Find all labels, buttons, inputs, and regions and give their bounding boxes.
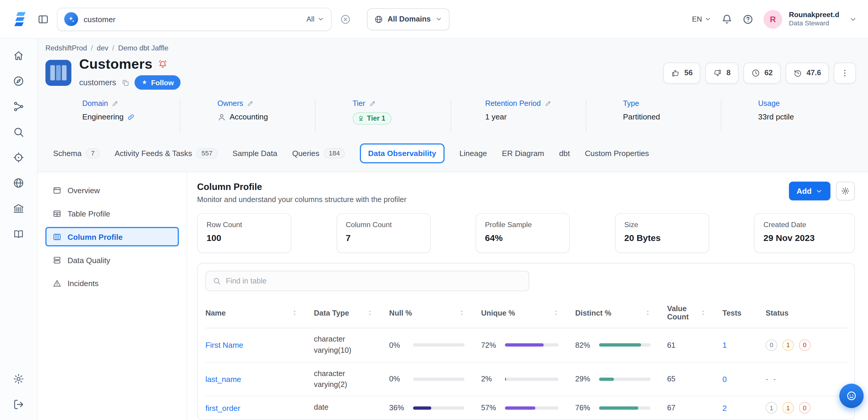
tests-link[interactable]: 2	[722, 403, 727, 412]
tab-lineage[interactable]: Lineage	[460, 144, 487, 163]
search-scope-dropdown[interactable]: All	[306, 15, 324, 23]
column-name-link[interactable]: First Name	[205, 341, 243, 350]
tab-data-observability[interactable]: Data Observability	[360, 143, 444, 163]
domain-value[interactable]: Engineering	[82, 112, 124, 121]
edit-pencil-icon[interactable]	[112, 100, 119, 107]
subnav-data-quality[interactable]: Data Quality	[45, 250, 179, 270]
sort-icon[interactable]	[644, 309, 652, 317]
follow-label: Follow	[151, 79, 174, 87]
sort-icon[interactable]	[699, 309, 707, 317]
more-actions-button[interactable]	[834, 62, 856, 83]
copy-icon[interactable]	[121, 79, 129, 87]
chevron-down-icon	[815, 187, 823, 194]
data-type-cell: date	[314, 402, 389, 413]
clock-icon	[751, 68, 760, 77]
subnav-table-profile[interactable]: Table Profile	[45, 204, 179, 223]
sort-icon[interactable]	[290, 309, 298, 317]
global-search-input[interactable]	[84, 15, 301, 24]
upvote-button[interactable]: 56	[663, 62, 701, 83]
edit-pencil-icon[interactable]	[545, 100, 552, 107]
tab-schema[interactable]: Schema 7	[53, 143, 100, 163]
null-pct-value: 36%	[389, 403, 408, 412]
follow-button[interactable]: Follow	[134, 75, 181, 90]
tab-custom-properties[interactable]: Custom Properties	[585, 144, 649, 163]
column-name-link[interactable]: first_order	[205, 403, 240, 412]
freshness-value: 47.6	[806, 69, 821, 77]
subnav-incidents[interactable]: Incidents	[45, 273, 179, 293]
tests-link[interactable]: 1	[722, 341, 727, 350]
tab-er-diagram[interactable]: ER Diagram	[502, 144, 544, 163]
globe-icon	[374, 15, 383, 24]
gear-icon	[13, 373, 24, 385]
sort-icon[interactable]	[552, 309, 559, 317]
chevron-down-icon[interactable]	[849, 16, 857, 23]
nav-settings-button[interactable]	[13, 373, 24, 385]
sidebar-toggle-button[interactable]	[38, 13, 49, 25]
downvote-count: 8	[726, 69, 731, 77]
freshness-stat-button[interactable]: 47.6	[785, 62, 829, 83]
domains-dropdown[interactable]: All Domains	[367, 8, 450, 30]
stat-label: Row Count	[207, 220, 282, 229]
global-search[interactable]: All	[57, 7, 332, 31]
nav-explore-button[interactable]	[13, 75, 24, 87]
null-bar	[413, 406, 465, 409]
downvote-button[interactable]: 8	[706, 62, 739, 83]
profiler-settings-button[interactable]	[836, 182, 855, 201]
breadcrumb-service[interactable]: RedshiftProd	[45, 44, 87, 52]
value-count-cell: 65	[667, 375, 675, 383]
nav-logout-button[interactable]	[13, 399, 24, 410]
nav-discovery-button[interactable]	[13, 126, 24, 138]
user-role: Data Steward	[789, 20, 839, 28]
notifications-button[interactable]	[721, 13, 733, 25]
chevron-down-icon	[435, 16, 442, 23]
stat-label: Profile Sample	[485, 220, 560, 229]
tier-label: Tier	[353, 99, 365, 107]
add-button[interactable]: Add	[789, 182, 830, 201]
help-button[interactable]	[742, 13, 753, 25]
unique-pct-value: 72%	[481, 341, 500, 349]
status-failed-count: 0	[799, 339, 810, 351]
nav-lineage-button[interactable]	[13, 101, 24, 112]
distinct-bar	[599, 343, 651, 347]
tab-activity-feeds[interactable]: Activity Feeds & Tasks 557	[115, 143, 218, 163]
breadcrumb-schema[interactable]: Demo dbt Jaffle	[118, 44, 168, 52]
info-domain: Domain Engineering	[45, 99, 181, 132]
tab-label: Queries	[292, 149, 319, 158]
tier-value: Tier 1	[367, 115, 385, 122]
breadcrumb-database[interactable]: dev	[97, 44, 108, 52]
nav-home-button[interactable]	[13, 50, 24, 61]
usage-value: 33rd pctile	[758, 112, 794, 121]
user-menu[interactable]: Rounakpreet.d Data Steward	[789, 10, 839, 28]
alert-bell-icon[interactable]	[158, 59, 168, 69]
nav-insights-button[interactable]	[13, 152, 24, 163]
subnav-overview[interactable]: Overview	[45, 181, 179, 200]
sort-icon[interactable]	[458, 309, 465, 317]
language-label: EN	[692, 15, 702, 23]
user-name: Rounakpreet.d	[789, 10, 839, 20]
sort-icon[interactable]	[366, 309, 374, 317]
thumbs-up-icon	[671, 68, 680, 77]
tab-sample-data[interactable]: Sample Data	[232, 144, 277, 163]
views-count: 62	[765, 69, 773, 77]
tier-badge[interactable]: Tier 1	[353, 112, 392, 124]
stat-card-column-count: Column Count 7	[336, 213, 430, 253]
views-stat-button[interactable]: 62	[743, 62, 780, 83]
subnav-column-profile[interactable]: Column Profile	[45, 227, 179, 247]
tests-link[interactable]: 0	[722, 374, 727, 384]
edit-pencil-icon[interactable]	[369, 100, 376, 107]
find-in-table[interactable]	[205, 271, 529, 291]
tab-dbt[interactable]: dbt	[559, 144, 570, 163]
find-in-table-input[interactable]	[226, 277, 522, 285]
nav-glossary-button[interactable]	[13, 228, 24, 239]
edit-pencil-icon[interactable]	[247, 100, 254, 107]
clear-search-button[interactable]	[340, 13, 351, 25]
help-circle-icon	[742, 13, 753, 25]
user-avatar[interactable]: R	[763, 10, 782, 29]
column-name-link[interactable]: last_name	[205, 374, 241, 384]
chat-assistant-button[interactable]	[839, 384, 864, 408]
nav-governance-button[interactable]	[13, 203, 24, 214]
tab-queries[interactable]: Queries 184	[292, 143, 345, 163]
language-dropdown[interactable]: EN	[692, 15, 711, 23]
nav-domains-button[interactable]	[13, 177, 24, 189]
owners-value[interactable]: Accounting	[230, 112, 268, 121]
